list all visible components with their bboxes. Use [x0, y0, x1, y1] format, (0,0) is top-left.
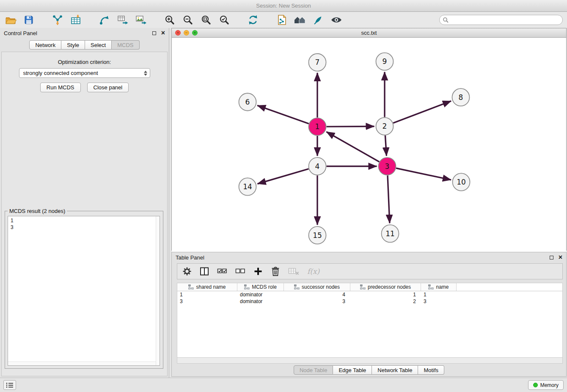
graph-node-9[interactable]: 9 — [376, 53, 394, 70]
graph-edge-3-1[interactable] — [326, 132, 379, 162]
task-history-button[interactable] — [3, 380, 16, 390]
graph-edge-1-6[interactable] — [257, 105, 309, 124]
close-panel-button[interactable]: Close panel — [87, 83, 129, 92]
result-vscrollbar[interactable] — [156, 216, 160, 365]
table-cell[interactable]: dominator — [237, 292, 284, 298]
search-icon — [443, 17, 449, 23]
table-cell[interactable]: dominator — [237, 298, 284, 304]
zoom-window-icon[interactable]: + — [192, 30, 198, 36]
zoom-out-icon[interactable] — [182, 14, 194, 26]
svg-text:2: 2 — [383, 122, 387, 130]
tab-edge-table[interactable]: Edge Table — [333, 365, 372, 375]
svg-text:11: 11 — [385, 229, 395, 238]
graph-node-11[interactable]: 11 — [382, 225, 399, 242]
tab-select[interactable]: Select — [85, 40, 112, 50]
table-row[interactable]: 3dominator323 — [177, 298, 562, 305]
import-table-file-icon[interactable] — [69, 14, 82, 26]
graph-edge-2-8[interactable] — [393, 101, 451, 123]
search-input[interactable] — [439, 15, 563, 25]
table-toolbar: f(x) — [177, 263, 563, 279]
run-mcds-button[interactable]: Run MCDS — [40, 83, 81, 92]
import-network-file-icon[interactable] — [51, 14, 64, 26]
column-header-MCDS-role[interactable]: MCDS role — [237, 283, 284, 291]
svg-text:6: 6 — [245, 98, 250, 106]
trash-icon[interactable] — [271, 266, 280, 276]
delete-column-icon[interactable] — [288, 267, 299, 276]
main-toolbar-icons — [4, 14, 343, 26]
annotation-icon[interactable] — [312, 14, 325, 26]
tab-motifs[interactable]: Motifs — [418, 365, 444, 375]
memory-button[interactable]: Memory — [528, 380, 564, 390]
first-neighbors-icon[interactable] — [294, 14, 306, 26]
criterion-dropdown[interactable]: strongly connected component — [19, 68, 150, 78]
graph-edge-1-2[interactable] — [327, 126, 374, 127]
table-hscrollbar[interactable] — [177, 358, 563, 364]
fx-icon[interactable]: f(x) — [307, 267, 319, 276]
tab-network-table[interactable]: Network Table — [372, 365, 418, 375]
graph-node-2[interactable]: 2 — [376, 118, 394, 135]
zoom-selected-icon[interactable] — [218, 14, 231, 26]
show-hide-icon[interactable] — [330, 14, 343, 26]
gear-icon[interactable] — [182, 267, 192, 276]
refresh-icon[interactable] — [247, 14, 259, 26]
network-window-titlebar[interactable]: ×−+ scc.txt — [172, 28, 566, 38]
graph-node-3[interactable]: 3 — [379, 157, 396, 175]
graph-edge-4-14[interactable] — [258, 169, 309, 184]
graph-node-6[interactable]: 6 — [239, 93, 256, 110]
graph-node-4[interactable]: 4 — [309, 157, 326, 175]
column-header-shared-name[interactable]: shared name — [177, 283, 237, 291]
deselect-all-icon[interactable] — [235, 267, 245, 276]
close-window-icon[interactable]: × — [175, 30, 181, 36]
table-cell[interactable]: 3 — [284, 298, 350, 304]
tab-node-table[interactable]: Node Table — [294, 365, 333, 375]
copy-view-icon[interactable] — [275, 14, 288, 26]
memory-status-icon — [533, 383, 538, 387]
control-panel: Control Panel NetworkStyleSelectMCDS Opt… — [0, 28, 169, 378]
mcds-buttons: Run MCDS Close panel — [2, 83, 167, 92]
table-cell[interactable]: 1 — [350, 292, 421, 298]
tab-network[interactable]: Network — [29, 40, 61, 50]
column-header-name[interactable]: name — [421, 283, 457, 291]
network-table-icon[interactable] — [116, 14, 129, 26]
graph-edge-2-3[interactable] — [385, 135, 386, 156]
add-icon[interactable] — [253, 267, 263, 276]
toolbar-separator — [236, 20, 241, 20]
graph-node-14[interactable]: 14 — [239, 178, 256, 195]
open-file-icon[interactable] — [4, 14, 17, 26]
network-canvas[interactable]: 7968124314101511 — [172, 38, 566, 252]
zoom-fit-icon[interactable] — [200, 14, 212, 26]
close-table-panel-icon[interactable] — [559, 254, 562, 261]
export-image-icon[interactable] — [135, 14, 147, 26]
minimize-window-icon[interactable]: − — [184, 30, 189, 36]
columns-icon[interactable] — [200, 267, 209, 276]
new-network-icon[interactable] — [98, 14, 111, 26]
table-cell[interactable]: 2 — [350, 298, 421, 304]
tab-mcds[interactable]: MCDS — [112, 40, 139, 50]
tab-style[interactable]: Style — [61, 40, 85, 50]
table-cell[interactable]: 4 — [284, 292, 350, 298]
graph-node-1[interactable]: 1 — [309, 118, 326, 135]
graph-node-7[interactable]: 7 — [309, 54, 326, 71]
select-all-icon[interactable] — [217, 267, 227, 276]
graph-node-10[interactable]: 10 — [453, 173, 470, 190]
column-header-label: MCDS role — [252, 284, 277, 290]
graph-edge-3-10[interactable] — [396, 168, 451, 180]
zoom-in-icon[interactable] — [163, 14, 176, 26]
table-cell[interactable]: 1 — [421, 292, 457, 298]
column-header-label: predecessor nodes — [368, 284, 411, 290]
save-icon[interactable] — [22, 14, 35, 26]
network-canvas-svg[interactable]: 7968124314101511 — [172, 38, 566, 252]
column-header-successor-nodes[interactable]: successor nodes — [284, 283, 350, 291]
graph-node-15[interactable]: 15 — [309, 226, 326, 244]
table-row[interactable]: 1dominator411 — [177, 291, 562, 298]
graph-node-8[interactable]: 8 — [452, 88, 470, 106]
table-cell[interactable]: 1 — [177, 292, 237, 298]
table-cell[interactable]: 3 — [421, 298, 457, 304]
result-hscrollbar[interactable] — [8, 362, 156, 365]
graph-edge-3-11[interactable] — [388, 175, 390, 223]
column-header-predecessor-nodes[interactable]: predecessor nodes — [350, 283, 421, 291]
float-table-panel-icon[interactable] — [550, 256, 553, 259]
table-cell[interactable]: 3 — [177, 298, 237, 304]
float-panel-icon[interactable] — [152, 31, 156, 35]
close-panel-icon[interactable] — [161, 30, 165, 36]
